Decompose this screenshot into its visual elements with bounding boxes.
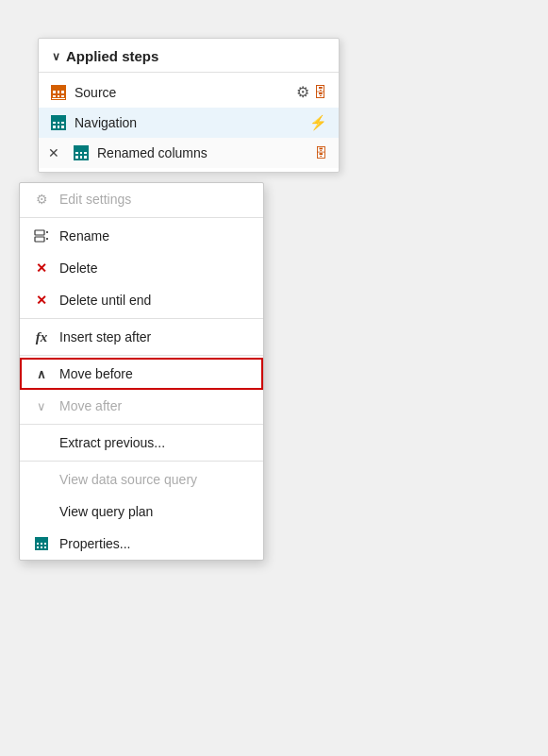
step-actions-source: ⚙ 🗄 [296, 83, 327, 101]
step-icon-source [50, 84, 67, 101]
move-after-label: Move after [59, 398, 122, 413]
context-menu: ⚙ Edit settings Rename ✕ Delete [19, 182, 264, 561]
rename-label: Rename [59, 228, 109, 244]
properties-table-icon [33, 535, 50, 552]
step-label-renamed: Renamed columns [97, 145, 307, 160]
gear-icon-source[interactable]: ⚙ [296, 83, 309, 101]
db-icon-source: 🗄 [313, 84, 327, 100]
chevron-icon: ∨ [52, 50, 60, 63]
step-icon-navigation [50, 114, 67, 131]
menu-divider-4 [20, 424, 263, 425]
menu-item-properties[interactable]: Properties... [20, 528, 263, 560]
extract-previous-icon [33, 434, 50, 451]
step-label-navigation: Navigation [75, 115, 302, 130]
orange-table-icon [51, 85, 66, 100]
step-item-navigation[interactable]: Navigation ⚡ [39, 108, 339, 138]
step-actions-renamed: 🗄 [314, 145, 327, 160]
view-query-plan-icon [33, 503, 50, 520]
chevron-up-icon: ∧ [33, 365, 50, 382]
menu-item-move-before[interactable]: ∧ Move before [20, 358, 263, 390]
menu-item-delete-until-end[interactable]: ✕ Delete until end [20, 284, 263, 316]
menu-divider-1 [20, 217, 263, 218]
step-actions-navigation: ⚡ [309, 114, 327, 131]
svg-rect-0 [35, 230, 44, 235]
step-item-source[interactable]: Source ⚙ 🗄 [39, 76, 339, 108]
rename-icon [33, 227, 50, 244]
panel-header: ∨ Applied steps [39, 39, 339, 73]
extract-previous-label: Extract previous... [59, 435, 165, 450]
menu-item-edit-settings[interactable]: ⚙ Edit settings [20, 183, 263, 215]
menu-divider-2 [20, 318, 263, 319]
delete-x-icon: ✕ [33, 260, 50, 277]
view-data-source-query-label: View data source query [59, 472, 197, 487]
view-data-source-icon [33, 471, 50, 488]
step-icon-renamed [73, 144, 90, 161]
delete-until-end-icon: ✕ [33, 292, 50, 309]
menu-divider-3 [20, 355, 263, 356]
chevron-down-icon: ∨ [33, 397, 50, 414]
svg-rect-1 [35, 237, 44, 242]
applied-steps-list: Source ⚙ 🗄 Navigation [39, 73, 339, 172]
close-button[interactable]: ✕ [42, 142, 65, 164]
teal-table-icon-navigation [51, 115, 66, 130]
menu-item-rename[interactable]: Rename [20, 220, 263, 252]
main-container: ∨ Applied steps Source ⚙ 🗄 [0, 0, 377, 580]
gear-icon-edit: ⚙ [33, 191, 50, 208]
menu-item-move-after[interactable]: ∨ Move after [20, 390, 263, 422]
db-teal-icon: ⚡ [309, 114, 327, 131]
properties-label: Properties... [59, 536, 130, 551]
menu-item-view-data-source-query[interactable]: View data source query [20, 463, 263, 496]
menu-item-view-query-plan[interactable]: View query plan [20, 496, 263, 528]
menu-item-delete[interactable]: ✕ Delete [20, 252, 263, 284]
insert-step-after-label: Insert step after [59, 329, 151, 344]
step-item-renamed-columns[interactable]: ✕ Renamed columns 🗄 [39, 138, 339, 168]
menu-item-insert-step-after[interactable]: fx Insert step after [20, 321, 263, 353]
fx-icon: fx [33, 328, 50, 345]
menu-divider-5 [20, 461, 263, 462]
delete-until-end-label: Delete until end [59, 293, 151, 308]
view-query-plan-label: View query plan [59, 504, 153, 519]
applied-steps-panel: ∨ Applied steps Source ⚙ 🗄 [38, 38, 340, 173]
menu-item-extract-previous[interactable]: Extract previous... [20, 427, 263, 459]
teal-table-icon-renamed [74, 145, 89, 160]
properties-icon [35, 537, 48, 550]
step-label-source: Source [75, 85, 289, 100]
db-clock-icon: 🗄 [314, 145, 327, 160]
delete-label: Delete [59, 260, 97, 276]
move-before-label: Move before [59, 366, 133, 381]
edit-settings-label: Edit settings [59, 192, 131, 207]
panel-title: Applied steps [66, 48, 158, 64]
